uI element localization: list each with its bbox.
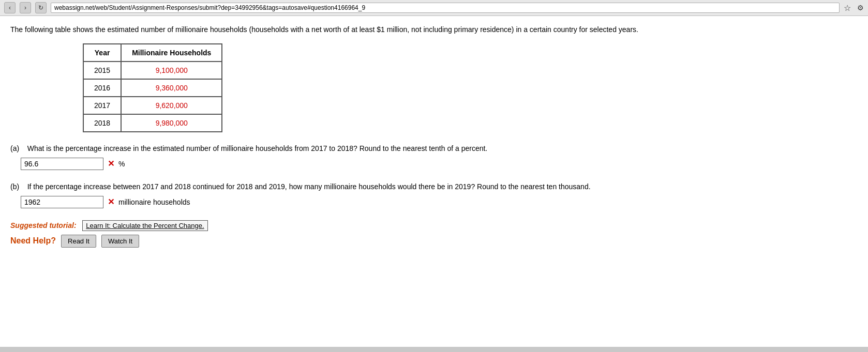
table-cell-year: 2016 <box>83 79 121 97</box>
col-year-header: Year <box>83 44 121 62</box>
table-cell-value: 9,620,000 <box>121 97 222 114</box>
watch-it-button[interactable]: Watch It <box>101 235 139 248</box>
table-cell-year: 2017 <box>83 97 121 114</box>
table-cell-value: 9,100,000 <box>121 62 222 79</box>
table-row: 20169,360,000 <box>83 79 222 97</box>
intro-text: The following table shows the estimated … <box>10 24 858 35</box>
browser-bar: ‹ › ↻ ☆ ⚙ <box>0 0 868 16</box>
col-households-header: Millionaire Households <box>121 44 222 62</box>
answer-b-row: ✕ millionaire households <box>21 195 858 209</box>
table-row: 20179,620,000 <box>83 97 222 114</box>
table-row: 20159,100,000 <box>83 62 222 79</box>
answer-b-unit: millionaire households <box>118 196 190 208</box>
data-table: Year Millionaire Households 20159,100,00… <box>83 43 222 132</box>
answer-b-incorrect-icon: ✕ <box>108 195 114 209</box>
suggested-tutorial-row: Suggested tutorial: Learn It: Calculate … <box>10 221 858 229</box>
need-help-row: Need Help? Read It Watch It <box>10 235 858 248</box>
suggested-label: Suggested tutorial: <box>10 221 77 229</box>
url-bar[interactable] <box>51 3 840 13</box>
question-a-block: (a) What is the percentage increase in t… <box>10 143 858 171</box>
refresh-button[interactable]: ↻ <box>35 2 47 13</box>
question-a-text: (a) What is the percentage increase in t… <box>10 143 858 154</box>
table-cell-year: 2018 <box>83 114 121 132</box>
question-a-body: What is the percentage increase in the e… <box>27 144 488 152</box>
settings-icon[interactable]: ⚙ <box>857 4 864 12</box>
question-b-block: (b) If the percentage increase between 2… <box>10 181 858 209</box>
need-help-label: Need Help? <box>10 236 56 246</box>
question-b-body: If the percentage increase between 2017 … <box>27 182 591 191</box>
question-b-text: (b) If the percentage increase between 2… <box>10 181 858 192</box>
answer-a-row: ✕ % <box>21 157 858 171</box>
table-cell-year: 2015 <box>83 62 121 79</box>
forward-button[interactable]: › <box>20 2 31 13</box>
star-icon[interactable]: ☆ <box>844 3 851 13</box>
table-row: 20189,980,000 <box>83 114 222 132</box>
question-b-label: (b) <box>10 182 19 191</box>
answer-a-unit: % <box>118 158 125 170</box>
answer-a-input[interactable] <box>21 158 103 170</box>
answer-a-incorrect-icon: ✕ <box>108 157 114 171</box>
table-cell-value: 9,360,000 <box>121 79 222 97</box>
back-button[interactable]: ‹ <box>4 2 16 13</box>
table-cell-value: 9,980,000 <box>121 114 222 132</box>
answer-b-input[interactable] <box>21 196 103 208</box>
read-it-button[interactable]: Read It <box>61 235 96 248</box>
page-content: The following table shows the estimated … <box>0 16 868 347</box>
question-a-label: (a) <box>10 144 19 152</box>
tutorial-link[interactable]: Learn It: Calculate the Percent Change. <box>82 220 207 231</box>
